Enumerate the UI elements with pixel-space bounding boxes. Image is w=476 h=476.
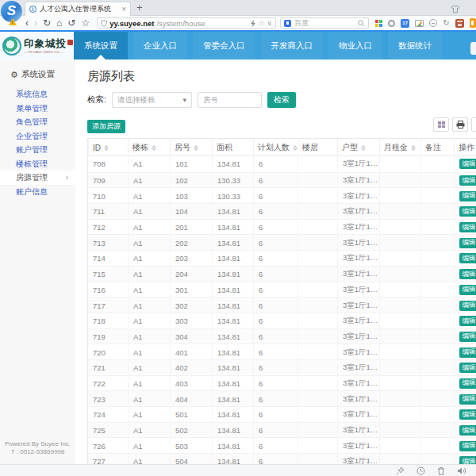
- table-header-cell[interactable]: ID: [88, 139, 128, 156]
- sidebar-item[interactable]: 账户信息: [0, 185, 75, 199]
- sort-icon[interactable]: [152, 145, 156, 151]
- cell-room: 502: [170, 423, 212, 439]
- bookmark-sidebar-icon[interactable]: [470, 18, 476, 28]
- edit-button[interactable]: 编辑: [459, 409, 476, 420]
- cell-remark: [420, 423, 454, 439]
- pin-off-icon[interactable]: [396, 466, 405, 475]
- columns-toggle-button[interactable]: [433, 117, 449, 132]
- adblock-icon[interactable]: [429, 19, 437, 27]
- edit-button[interactable]: 编辑: [459, 316, 476, 326]
- table-header-cell[interactable]: 房号: [170, 139, 212, 156]
- trash-icon[interactable]: [437, 466, 445, 475]
- edit-button[interactable]: 编辑: [459, 394, 476, 405]
- edit-button[interactable]: 编辑: [459, 301, 476, 311]
- table-header-cell[interactable]: 面积: [212, 139, 253, 156]
- table-header-cell[interactable]: 计划人数: [253, 139, 298, 156]
- top-nav-tab[interactable]: 物业入口: [328, 32, 382, 60]
- room-number-input[interactable]: 房号: [198, 92, 262, 108]
- edit-button[interactable]: 编辑: [459, 425, 476, 436]
- sidebar-item[interactable]: 角色管理: [0, 115, 75, 129]
- cell-remark: [420, 220, 454, 236]
- browser-skin-icon[interactable]: [451, 2, 460, 17]
- camera-ring-icon[interactable]: [388, 20, 395, 27]
- print-button[interactable]: [452, 117, 468, 132]
- search-button[interactable]: 检索: [267, 92, 296, 108]
- cell-area: 134.81: [212, 423, 253, 439]
- edit-button[interactable]: 编辑: [459, 332, 476, 342]
- sort-icon[interactable]: [194, 145, 198, 151]
- apps-grid-icon[interactable]: [375, 20, 382, 27]
- home-icon[interactable]: ⌂: [56, 17, 62, 29]
- cell-planned: 6: [253, 220, 298, 236]
- bookmark-star-icon[interactable]: ☆: [81, 17, 90, 29]
- sort-icon[interactable]: [104, 145, 109, 151]
- browser-search-box[interactable]: 百度: [280, 17, 369, 29]
- address-dropdown-icon[interactable]: ∨: [267, 19, 273, 27]
- tab-close-icon[interactable]: ×: [121, 5, 126, 13]
- new-tab-button[interactable]: +: [136, 2, 143, 13]
- cell-id: 725: [88, 423, 128, 439]
- app-header: 印象城投 — YIN XIANG CHENG TOU — 系统设置 企业入口 管…: [0, 32, 476, 60]
- nav-partial-button[interactable]: [470, 42, 476, 55]
- calendar-icon[interactable]: [455, 19, 464, 28]
- favorite-star-icon[interactable]: ☆: [258, 19, 264, 27]
- edit-button[interactable]: 编辑: [459, 206, 476, 217]
- sidebar-item[interactable]: 账户管理: [0, 143, 75, 157]
- table-header-cell[interactable]: 楼层: [298, 139, 337, 156]
- edit-button[interactable]: 编辑: [459, 285, 476, 295]
- refresh-icon[interactable]: ↻: [43, 17, 51, 29]
- top-nav-tab[interactable]: 数据统计: [388, 32, 442, 60]
- building-select[interactable]: 请选择楼栋 ▾: [112, 92, 192, 108]
- cell-action: 编辑: [454, 344, 476, 360]
- edit-button[interactable]: 编辑: [459, 159, 476, 169]
- back-icon[interactable]: ‹: [25, 17, 29, 29]
- speaker-icon[interactable]: [457, 466, 466, 475]
- top-nav-tab[interactable]: 开发商入口: [261, 32, 324, 60]
- table-row: 721 A1 402 134.81 6 3室1厅1… 编辑: [88, 359, 476, 375]
- sort-icon[interactable]: [361, 145, 366, 151]
- edit-button[interactable]: 编辑: [459, 269, 476, 279]
- top-nav-tab[interactable]: 企业入口: [133, 32, 187, 60]
- browser-tab[interactable]: i 人才公寓入住管理系统 ×: [25, 2, 131, 16]
- history-icon[interactable]: [416, 466, 425, 475]
- edit-button[interactable]: 编辑: [459, 378, 476, 389]
- edit-button[interactable]: 编辑: [459, 363, 476, 373]
- cell-id: 716: [88, 282, 128, 298]
- sidebar-item[interactable]: 楼栋管理: [0, 157, 75, 171]
- export-button[interactable]: [471, 117, 476, 132]
- forward-icon[interactable]: ›: [34, 17, 37, 29]
- edit-button[interactable]: 编辑: [459, 191, 476, 202]
- cell-room: 202: [170, 235, 212, 251]
- top-nav-tab[interactable]: 管委会入口: [193, 32, 255, 60]
- clear-trace-icon[interactable]: ↻: [443, 19, 449, 27]
- edit-button[interactable]: 编辑: [459, 175, 476, 186]
- edit-button[interactable]: 编辑: [459, 347, 476, 358]
- table-header-cell[interactable]: 操作: [454, 139, 476, 156]
- sidebar-header: ⚙ 系统设置: [0, 60, 75, 80]
- magnifier-icon[interactable]: [358, 20, 365, 27]
- sidebar-item[interactable]: 菜单管理: [0, 102, 75, 116]
- table-header-cell[interactable]: 楼栋: [128, 139, 170, 156]
- lightning-icon[interactable]: [251, 20, 255, 27]
- add-house-button[interactable]: 添加房源: [87, 120, 125, 133]
- sidebar-item[interactable]: 房源管理 ›: [0, 171, 75, 185]
- table-header-cell[interactable]: 户型: [337, 139, 379, 156]
- edit-button[interactable]: 编辑: [459, 441, 476, 451]
- undo-icon[interactable]: ↺: [67, 17, 75, 29]
- sort-icon[interactable]: [411, 145, 416, 151]
- table-row: 723 A1 404 134.81 6 3室1厅1… 编辑: [88, 390, 476, 406]
- top-nav-tab[interactable]: 系统设置: [74, 32, 128, 60]
- sidebar-item[interactable]: 企业管理: [0, 129, 75, 144]
- cell-area: 134.81: [212, 344, 253, 360]
- warning-icon[interactable]: !: [9, 18, 17, 25]
- reader-app-icon[interactable]: 17: [401, 19, 409, 28]
- table-header-cell[interactable]: 月租金: [379, 139, 420, 156]
- cell-action: 编辑: [454, 298, 476, 313]
- edit-button[interactable]: 编辑: [459, 253, 476, 263]
- address-bar[interactable]: yy.suyee.net /system/house ☆ ∨: [97, 17, 276, 29]
- sidebar-item[interactable]: 系统信息: [0, 87, 75, 102]
- screenshot-icon[interactable]: [415, 20, 424, 27]
- table-header-cell[interactable]: 备注: [420, 139, 454, 156]
- edit-button[interactable]: 编辑: [459, 238, 476, 248]
- edit-button[interactable]: 编辑: [459, 222, 476, 232]
